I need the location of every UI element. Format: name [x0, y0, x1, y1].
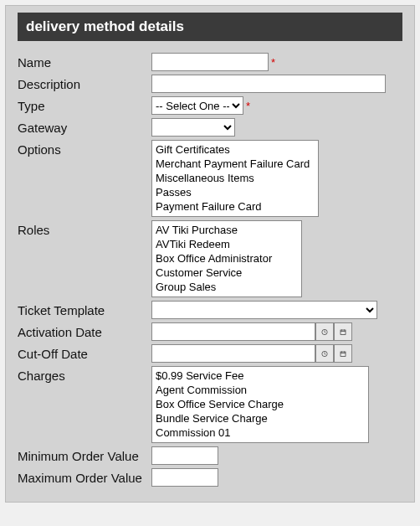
- label-ticket-template: Ticket Template: [18, 301, 151, 317]
- name-input[interactable]: [151, 53, 269, 71]
- type-select[interactable]: -- Select One --: [151, 96, 243, 115]
- label-roles: Roles: [18, 220, 151, 237]
- activation-date-input[interactable]: [151, 322, 315, 341]
- charges-listbox[interactable]: $0.99 Service Fee Agent Commission Box O…: [151, 366, 369, 443]
- clock-icon[interactable]: [315, 344, 334, 363]
- svg-rect-3: [341, 352, 346, 357]
- list-item[interactable]: Group Sales: [154, 280, 300, 294]
- label-max-order: Maximum Order Value: [18, 468, 151, 485]
- list-item[interactable]: Passes: [154, 185, 316, 199]
- list-item[interactable]: Gift Certificates: [154, 142, 316, 157]
- calendar-icon[interactable]: [334, 344, 352, 363]
- list-item[interactable]: Miscellaneous Items: [154, 171, 316, 185]
- list-item[interactable]: $0.99 Service Fee: [154, 369, 366, 383]
- clock-icon[interactable]: [315, 322, 334, 341]
- list-item[interactable]: Box Office Service Charge: [154, 397, 366, 411]
- max-order-input[interactable]: [151, 468, 218, 487]
- gateway-select[interactable]: [151, 118, 235, 137]
- list-item[interactable]: Bundle Service Charge: [154, 411, 366, 425]
- required-marker: *: [271, 56, 275, 69]
- min-order-input[interactable]: [151, 446, 218, 465]
- required-marker: *: [246, 100, 250, 112]
- roles-listbox[interactable]: AV Tiki Purchase AVTiki Redeem Box Offic…: [151, 220, 302, 297]
- options-listbox[interactable]: Gift Certificates Merchant Payment Failu…: [151, 140, 319, 217]
- list-item[interactable]: Payment Failure Card: [154, 199, 316, 214]
- label-charges: Charges: [18, 366, 151, 383]
- list-item[interactable]: Agent Commission: [154, 383, 366, 397]
- list-item[interactable]: AVTiki Redeem: [154, 237, 300, 251]
- list-item[interactable]: Commission 01: [154, 425, 366, 440]
- label-options: Options: [18, 140, 151, 157]
- label-gateway: Gateway: [18, 118, 151, 135]
- list-item[interactable]: Customer Service: [154, 266, 300, 280]
- panel-header: delivery method details: [18, 13, 402, 41]
- label-type: Type: [18, 96, 151, 113]
- cutoff-date-input[interactable]: [151, 344, 315, 363]
- label-min-order: Minimum Order Value: [18, 446, 151, 463]
- label-cutoff-date: Cut-Off Date: [18, 344, 151, 361]
- list-item[interactable]: Merchant Payment Failure Card: [154, 157, 316, 171]
- delivery-method-panel: delivery method details Name * Descripti…: [5, 5, 415, 503]
- list-item[interactable]: Box Office Administrator: [154, 251, 300, 266]
- list-item[interactable]: AV Tiki Purchase: [154, 223, 300, 237]
- svg-rect-1: [341, 330, 346, 335]
- ticket-template-select[interactable]: [151, 301, 377, 319]
- label-activation-date: Activation Date: [18, 322, 151, 339]
- calendar-icon[interactable]: [334, 322, 352, 341]
- label-description: Description: [18, 75, 151, 91]
- description-input[interactable]: [151, 75, 386, 93]
- label-name: Name: [18, 53, 151, 70]
